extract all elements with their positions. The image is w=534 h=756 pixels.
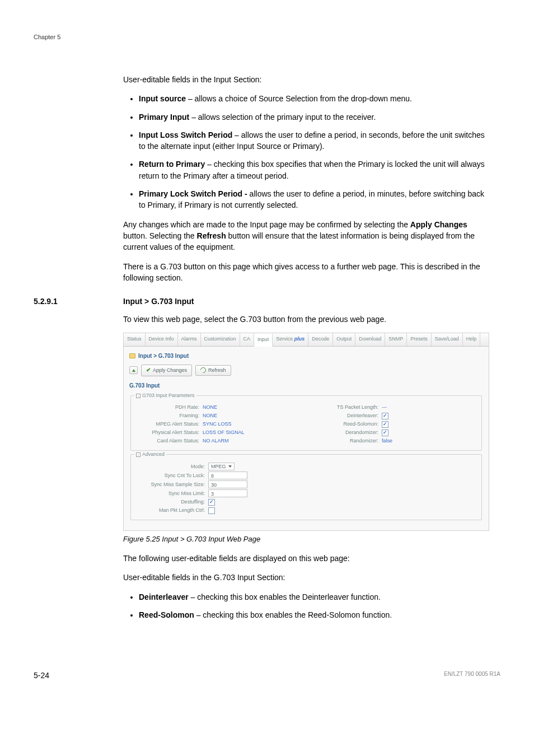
chapter-header: Chapter 5 — [34, 34, 500, 40]
refresh-button[interactable]: Refresh — [195, 365, 231, 376]
legend-text: G703 Input Parameters — [142, 392, 195, 399]
b: Primary Input — [139, 113, 189, 122]
b: Primary Lock Switch Period - — [139, 189, 247, 198]
content-block: User-editable fields in the Input Sectio… — [123, 74, 489, 283]
t: Any changes which are made to the Input … — [123, 220, 410, 229]
chevron-down-icon — [228, 465, 232, 468]
tab-output[interactable]: Output — [333, 333, 355, 346]
k: Deinterleaver: — [315, 412, 382, 419]
derandomizer-checkbox[interactable]: ✓ — [382, 430, 388, 436]
label: Apply Changes — [153, 367, 187, 374]
tab-service-plus[interactable]: Service plus — [273, 333, 308, 346]
reed-solomon-checkbox[interactable]: ✓ — [382, 421, 388, 428]
tab-device-info[interactable]: Device Info — [146, 333, 178, 346]
destuffing-checkbox[interactable]: ✓ — [208, 499, 215, 506]
panel-title: G.703 Input — [129, 381, 483, 393]
legend-text: Advanced — [142, 451, 165, 458]
label: Refresh — [208, 367, 226, 374]
after-text-1: The following user-editable fields are d… — [123, 553, 489, 564]
k: Sync Miss Limit: — [135, 490, 208, 497]
b: Return to Primary — [139, 160, 205, 169]
v: NONE — [203, 412, 217, 419]
after-list: Deinterleaver – checking this box enable… — [123, 591, 489, 621]
collapse-icon[interactable]: - — [136, 394, 140, 398]
b: Input source — [139, 94, 186, 103]
tab-ca[interactable]: CA — [240, 333, 255, 346]
breadcrumb: Input > G.703 Input — [138, 352, 189, 361]
t: – allows a choice of Source Selection fr… — [186, 94, 412, 103]
collapse-icon[interactable]: - — [136, 452, 140, 457]
sync-miss-sample-input[interactable]: 30 — [208, 480, 247, 488]
k: Physical Alert Status: — [135, 429, 203, 436]
v: SYNC LOSS — [203, 421, 232, 428]
folder-icon — [129, 353, 135, 358]
doc-id: EN/LZT 790 0005 R1A — [444, 671, 500, 680]
para2: There is a G.703 button on this page whi… — [123, 261, 489, 284]
t: button. Selecting the — [123, 231, 197, 240]
tab-input[interactable]: Input — [254, 334, 273, 346]
v: --- — [382, 404, 387, 411]
section-title: Input > G.703 Input — [123, 297, 194, 306]
legend: -G703 Input Parameters — [134, 392, 196, 399]
deinterleaver-checkbox[interactable]: ✓ — [382, 413, 388, 419]
sync-miss-limit-input[interactable]: 3 — [208, 489, 247, 497]
mode-select[interactable]: MPEG — [208, 463, 235, 470]
up-button[interactable] — [129, 366, 138, 374]
legend: -Advanced — [134, 451, 166, 458]
k: Derandomizer: — [315, 429, 382, 436]
v: NO ALARM — [203, 437, 229, 445]
para1: Any changes which are made to the Input … — [123, 219, 489, 253]
k: Framing: — [135, 412, 203, 419]
page-number: 5-24 — [34, 671, 49, 680]
web-page-screenshot: Status Device Info Alarms Customization … — [123, 333, 489, 531]
intro: User-editable fields in the Input Sectio… — [123, 74, 489, 85]
figure-caption: Figure 5.25 Input > G.703 Input Web Page — [123, 534, 489, 545]
section-number: 5.2.9.1 — [34, 297, 123, 306]
k: TS Packet Length: — [315, 404, 382, 411]
tab-customization[interactable]: Customization — [201, 333, 240, 346]
after-text-2: User-editable fields in the G.703 Input … — [123, 572, 489, 583]
t: – allows selection of the primary input … — [189, 113, 376, 122]
b: Reed-Solomon — [139, 610, 194, 619]
k: Man Pkt Length Ctrl: — [135, 507, 208, 514]
section-intro: To view this web page, select the G.703 … — [123, 314, 489, 325]
b: Input Loss Switch Period — [139, 130, 232, 139]
section-heading: 5.2.9.1 Input > G.703 Input — [34, 297, 500, 306]
b: Deinterleaver — [139, 592, 189, 601]
k: MPEG Alert Status: — [135, 421, 203, 428]
k: Card Alarm Status: — [135, 437, 203, 445]
advanced-fieldset: -Advanced Mode:MPEG Sync Cnt To Lock:8 S… — [130, 454, 482, 520]
refresh-icon — [199, 366, 207, 374]
k: PDH Rate: — [135, 404, 203, 411]
up-arrow-icon — [132, 369, 135, 372]
v: false — [382, 437, 392, 445]
t: – checking this box enables the Deinterl… — [189, 592, 381, 601]
t: – checking this box enables the Reed-Sol… — [194, 610, 392, 619]
tab-save-load[interactable]: Save/Load — [432, 333, 463, 346]
v: MPEG — [211, 463, 226, 470]
tabbar: Status Device Info Alarms Customization … — [124, 333, 489, 346]
k: Randomizer: — [315, 437, 382, 445]
feature-list: Input source – allows a choice of Source… — [123, 93, 489, 211]
b: Apply Changes — [410, 220, 467, 229]
page-footer: 5-24 EN/LZT 790 0005 R1A — [34, 671, 500, 680]
b: Refresh — [197, 231, 226, 240]
k: Sync Cnt To Lock: — [135, 472, 208, 479]
k: Destuffing: — [135, 498, 208, 506]
k: Reed-Solomon: — [315, 421, 382, 428]
man-pkt-length-checkbox[interactable] — [208, 507, 215, 514]
tab-status[interactable]: Status — [124, 333, 146, 346]
v: NONE — [203, 404, 217, 411]
g703-params-fieldset: -G703 Input Parameters PDH Rate:NONE Fra… — [130, 395, 482, 451]
tab-download[interactable]: Download — [355, 333, 385, 346]
tab-decode[interactable]: Decode — [308, 333, 333, 346]
apply-changes-button[interactable]: ✔Apply Changes — [141, 365, 192, 376]
tab-help[interactable]: Help — [463, 333, 481, 346]
tab-snmp[interactable]: SNMP — [385, 333, 407, 346]
v: LOSS OF SIGNAL — [203, 429, 245, 436]
check-icon: ✔ — [146, 366, 151, 375]
sync-cnt-input[interactable]: 8 — [208, 472, 247, 479]
tab-alarms[interactable]: Alarms — [178, 333, 201, 346]
tab-presets[interactable]: Presets — [407, 333, 432, 346]
k: Mode: — [135, 463, 208, 470]
